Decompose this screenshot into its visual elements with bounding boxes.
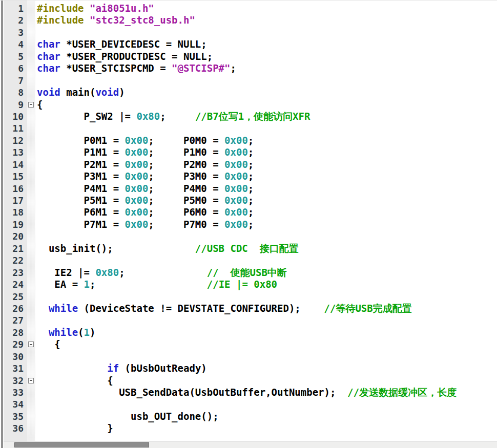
code-token: ; bbox=[248, 195, 254, 206]
line-number: 24 bbox=[4, 279, 27, 290]
code-line-row: 12 P0M1 = 0x00; P0M0 = 0x00; bbox=[0, 135, 497, 146]
code-token: char bbox=[37, 62, 60, 74]
code-token: 0x00 bbox=[224, 146, 248, 158]
code-line-row: 25 bbox=[0, 291, 497, 303]
code-line[interactable]: P1M1 = 0x00; P1M0 = 0x00; bbox=[35, 146, 497, 158]
code-line[interactable]: usb_init(); //USB CDC 接口配置 bbox=[35, 243, 497, 254]
code-line[interactable]: EA = 1; //IE |= 0x80 bbox=[35, 279, 497, 290]
code-line[interactable]: if (bUsbOutReady) bbox=[35, 362, 497, 374]
code-token: USB_SendData(UsbOutBuffer,OutNumber); bbox=[37, 387, 347, 398]
code-line[interactable]: { bbox=[35, 99, 497, 111]
line-number: 21 bbox=[4, 243, 27, 254]
fold-guide-line bbox=[31, 327, 31, 338]
code-line[interactable]: P3M1 = 0x00; P3M0 = 0x00; bbox=[35, 170, 497, 182]
code-line-row: 17 P5M1 = 0x00; P5M0 = 0x00; bbox=[0, 195, 497, 206]
code-line[interactable]: while(1) bbox=[35, 327, 497, 338]
code-line[interactable]: IE2 |= 0x80; // 使能USB中断 bbox=[35, 267, 497, 279]
code-line[interactable]: #include "ai8051u.h" bbox=[35, 3, 497, 14]
code-line-row: 7 bbox=[0, 75, 497, 87]
code-line[interactable]: P6M1 = 0x00; P6M0 = 0x00; bbox=[35, 206, 497, 218]
fold-guide-line bbox=[31, 303, 31, 314]
code-line[interactable]: usb_OUT_done(); bbox=[35, 411, 497, 422]
code-token: ; bbox=[248, 183, 254, 194]
fold-guide-line bbox=[31, 146, 31, 158]
fold-margin-cell bbox=[27, 99, 35, 111]
code-token: while bbox=[49, 303, 78, 314]
code-line[interactable]: { bbox=[35, 338, 497, 350]
fold-margin-cell bbox=[27, 219, 35, 230]
line-number: 9 bbox=[4, 99, 27, 111]
code-line[interactable]: void main(void) bbox=[35, 87, 497, 98]
fold-margin-cell bbox=[27, 38, 35, 50]
line-number: 7 bbox=[4, 75, 27, 87]
code-token: ; P4M0 = bbox=[148, 183, 224, 194]
fold-margin-cell bbox=[27, 279, 35, 290]
code-token: //等待USB完成配置 bbox=[324, 303, 412, 314]
fold-margin-cell bbox=[27, 362, 35, 374]
code-token: #include bbox=[37, 14, 90, 26]
line-number: 32 bbox=[4, 375, 27, 387]
fold-margin-cell bbox=[27, 87, 35, 98]
code-token: IE2 |= bbox=[37, 267, 95, 278]
code-line-row: 15 P3M1 = 0x00; P3M0 = 0x00; bbox=[0, 170, 497, 182]
code-line-row: 28 while(1) bbox=[0, 327, 497, 338]
code-line[interactable]: P2M1 = 0x00; P2M0 = 0x00; bbox=[35, 159, 497, 170]
fold-collapse-icon[interactable] bbox=[28, 102, 34, 108]
code-token: "stc32_stc8_usb.h" bbox=[90, 14, 195, 26]
fold-guide-line bbox=[31, 195, 31, 206]
code-line-row: 26 while (DeviceState != DEVSTATE_CONFIG… bbox=[0, 303, 497, 314]
fold-collapse-icon[interactable] bbox=[28, 342, 34, 347]
code-token: char bbox=[37, 51, 60, 62]
fold-margin-cell bbox=[27, 411, 35, 422]
horizontal-scrollbar-thumb[interactable] bbox=[14, 442, 149, 447]
code-line-row: 9{ bbox=[0, 99, 497, 111]
code-token: //B7位写1，使能访问XFR bbox=[195, 111, 310, 122]
code-token: ; P6M0 = bbox=[148, 206, 224, 218]
code-line[interactable]: { bbox=[35, 375, 497, 387]
code-line[interactable]: P5M1 = 0x00; P5M0 = 0x00; bbox=[35, 195, 497, 206]
code-token: 0x00 bbox=[125, 183, 149, 194]
line-number: 26 bbox=[4, 303, 27, 314]
line-number: 29 bbox=[4, 338, 27, 350]
code-token: 0x00 bbox=[125, 219, 149, 230]
code-line-row: 30 bbox=[0, 351, 497, 362]
code-token: ; P2M0 = bbox=[148, 159, 224, 170]
line-number: 13 bbox=[4, 146, 27, 158]
minus-icon bbox=[30, 380, 32, 381]
code-line[interactable]: P7M1 = 0x00; P7M0 = 0x00; bbox=[35, 219, 497, 230]
code-token: usb_init(); bbox=[37, 243, 195, 254]
fold-margin-cell bbox=[27, 14, 35, 26]
horizontal-scrollbar[interactable] bbox=[4, 441, 497, 448]
code-token: //USB CDC 接口配置 bbox=[195, 243, 299, 254]
fold-margin-cell bbox=[27, 122, 35, 134]
code-line[interactable]: char *USER_DEVICEDESC = NULL; bbox=[35, 38, 497, 50]
code-token: (bUsbOutReady) bbox=[119, 362, 207, 374]
code-token: void bbox=[95, 87, 119, 98]
code-line[interactable]: P0M1 = 0x00; P0M0 = 0x00; bbox=[35, 135, 497, 146]
code-token: ; bbox=[248, 206, 254, 218]
code-line[interactable]: } bbox=[35, 422, 497, 434]
fold-margin-cell bbox=[27, 303, 35, 314]
code-line[interactable]: char *USER_PRODUCTDESC = NULL; bbox=[35, 51, 497, 62]
line-number: 12 bbox=[4, 135, 27, 146]
code-line[interactable]: P4M1 = 0x00; P4M0 = 0x00; bbox=[35, 183, 497, 195]
code-token: 1 bbox=[84, 279, 90, 290]
code-line[interactable]: P_SW2 |= 0x80; //B7位写1，使能访问XFR bbox=[35, 111, 497, 122]
fold-margin-cell bbox=[27, 170, 35, 182]
fold-guide-line bbox=[31, 314, 31, 326]
code-line[interactable]: char *USER_STCISPCMD = "@STCISP#"; bbox=[35, 62, 497, 74]
fold-margin-cell bbox=[27, 159, 35, 170]
fold-margin-cell bbox=[27, 230, 35, 242]
code-line[interactable]: USB_SendData(UsbOutBuffer,OutNumber); //… bbox=[35, 387, 497, 398]
code-token: 0x00 bbox=[125, 195, 149, 206]
code-token bbox=[37, 362, 107, 374]
code-token bbox=[37, 327, 49, 338]
code-line[interactable]: while (DeviceState != DEVSTATE_CONFIGURE… bbox=[35, 303, 497, 314]
fold-collapse-icon[interactable] bbox=[28, 378, 34, 383]
code-editor: 1#include "ai8051u.h"2#include "stc32_st… bbox=[0, 0, 497, 448]
code-token: ; bbox=[248, 219, 254, 230]
code-token: ; P7M0 = bbox=[148, 219, 224, 230]
code-line[interactable]: #include "stc32_stc8_usb.h" bbox=[35, 14, 497, 26]
code-line-row: 10 P_SW2 |= 0x80; //B7位写1，使能访问XFR bbox=[0, 111, 497, 122]
code-token: *USER_DEVICEDESC = NULL; bbox=[60, 38, 207, 50]
